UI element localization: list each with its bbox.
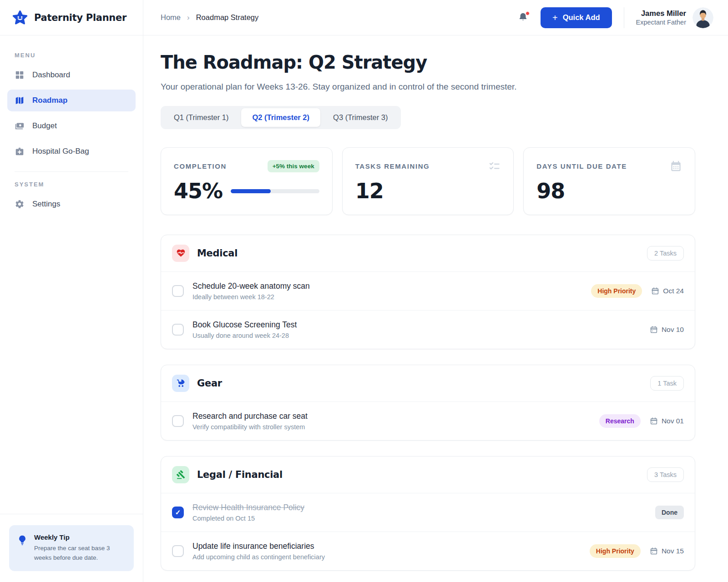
task-row[interactable]: Book Glucose Screening Test Usually done… — [161, 310, 695, 349]
sidebar-nav: MENU Dashboard Roadmap Budget Hospital G… — [0, 35, 143, 219]
briefcase-medical-icon — [15, 146, 25, 156]
sidebar: Paternity Planner MENU Dashboard Roadmap… — [0, 0, 143, 582]
task-due-date: Nov 15 — [650, 547, 684, 555]
notification-dot — [526, 11, 530, 15]
weekly-tip-container: Weekly Tip Prepare the car seat base 3 w… — [0, 514, 143, 582]
stats-row: COMPLETION +5% this week 45% TASKS REMAI… — [161, 147, 695, 215]
sidebar-item-budget[interactable]: Budget — [7, 115, 136, 137]
task-subtitle: Add upcoming child as contingent benefic… — [192, 553, 325, 561]
breadcrumb: Home › Roadmap Strategy — [161, 13, 258, 22]
topbar: Home › Roadmap Strategy + Quick Add J — [143, 0, 728, 35]
tasks-remaining-value: 12 — [355, 180, 384, 202]
user-name: James Miller — [636, 9, 686, 18]
gavel-icon-tile — [172, 466, 189, 483]
system-section-label: SYSTEM — [15, 181, 128, 188]
page-title: The Roadmap: Q2 Strategy — [161, 52, 695, 73]
task-subtitle: Verify compatibility with stroller syste… — [192, 423, 308, 431]
section-legal-financial: Legal / Financial 3 Tasks ✓ Review Healt… — [161, 456, 695, 571]
quick-add-button[interactable]: + Quick Add — [541, 7, 612, 28]
tab-q3[interactable]: Q3 (Trimester 3) — [322, 108, 399, 127]
sidebar-item-hospital-go-bag[interactable]: Hospital Go-Bag — [7, 140, 136, 162]
content: The Roadmap: Q2 Strategy Your operationa… — [143, 35, 728, 582]
breadcrumb-home-link[interactable]: Home — [161, 13, 181, 22]
task-title: Book Glucose Screening Test — [192, 320, 297, 330]
completion-progress — [231, 189, 319, 193]
task-checkbox[interactable]: ✓ — [172, 507, 184, 518]
task-checkbox[interactable] — [172, 415, 184, 427]
sidebar-item-settings[interactable]: Settings — [7, 193, 136, 215]
completion-label: COMPLETION — [174, 162, 227, 170]
completion-trend-badge: +5% this week — [268, 160, 319, 172]
plus-icon: + — [552, 13, 558, 22]
task-subtitle: Usually done around week 24-28 — [192, 332, 297, 339]
task-badge: Research — [599, 414, 641, 428]
calendar-icon — [650, 326, 658, 334]
sidebar-item-label: Dashboard — [32, 70, 70, 80]
section-header: Legal / Financial 3 Tasks — [161, 457, 695, 493]
stroller-icon-tile — [172, 375, 189, 392]
calendar-icon — [650, 417, 658, 425]
sidebar-item-label: Hospital Go-Bag — [32, 147, 89, 156]
calendar-icon — [650, 547, 658, 555]
section-gear: Gear 1 Task Research and purchase car se… — [161, 365, 695, 441]
menu-section-label: MENU — [15, 52, 128, 59]
weekly-tip-card: Weekly Tip Prepare the car seat base 3 w… — [9, 525, 134, 571]
due-date-value: 98 — [536, 180, 565, 202]
sidebar-item-label: Budget — [32, 121, 57, 130]
task-row[interactable]: ✓ Review Health Insurance Policy Complet… — [161, 493, 695, 532]
chevron-right-icon: › — [187, 13, 190, 22]
task-checkbox[interactable] — [172, 324, 184, 336]
section-task-count: 1 Task — [650, 376, 684, 391]
map-icon — [15, 95, 25, 105]
task-title: Review Health Insurance Policy — [192, 503, 304, 512]
tab-q1[interactable]: Q1 (Trimester 1) — [163, 108, 239, 127]
task-checkbox[interactable] — [172, 285, 184, 297]
grid-icon — [15, 70, 25, 80]
topbar-divider — [624, 7, 624, 28]
breadcrumb-current: Roadmap Strategy — [196, 13, 259, 22]
task-row[interactable]: Schedule 20-week anatomy scan Ideally be… — [161, 271, 695, 310]
section-header: Medical 2 Tasks — [161, 235, 695, 271]
avatar[interactable] — [693, 7, 713, 28]
app-title: Paternity Planner — [34, 12, 126, 23]
banknote-icon — [15, 121, 25, 131]
completion-progress-fill — [231, 189, 271, 193]
calendar-icon — [670, 160, 682, 172]
due-date-label: DAYS UNTIL DUE DATE — [536, 162, 627, 170]
section-medical: Medical 2 Tasks Schedule 20-week anatomy… — [161, 235, 695, 349]
heart-pulse-icon — [176, 248, 186, 258]
completion-card: COMPLETION +5% this week 45% — [161, 147, 333, 215]
task-title: Schedule 20-week anatomy scan — [192, 281, 310, 291]
tasks-remaining-label: TASKS REMAINING — [355, 162, 430, 170]
tab-q2[interactable]: Q2 (Trimester 2) — [241, 108, 320, 127]
task-title: Research and purchase car seat — [192, 411, 308, 421]
sidebar-divider — [15, 171, 128, 172]
section-task-count: 2 Tasks — [647, 246, 684, 261]
task-checkbox[interactable] — [172, 545, 184, 557]
section-title: Legal / Financial — [197, 469, 283, 480]
task-subtitle: Ideally between week 18-22 — [192, 293, 310, 301]
user-role: Expectant Father — [636, 19, 686, 26]
gear-icon — [15, 199, 25, 209]
task-row[interactable]: Update life insurance beneficiaries Add … — [161, 532, 695, 570]
sidebar-item-roadmap[interactable]: Roadmap — [7, 90, 136, 111]
task-badge: Done — [655, 506, 684, 519]
weekly-tip-title: Weekly Tip — [34, 533, 126, 541]
lightbulb-icon — [16, 534, 28, 546]
notifications-button[interactable] — [518, 12, 529, 24]
sidebar-item-label: Roadmap — [32, 96, 67, 105]
user-info: James Miller Expectant Father — [636, 9, 686, 26]
weekly-tip-text: Prepare the car seat base 3 weeks before… — [34, 544, 126, 563]
task-due-date: Nov 01 — [650, 417, 684, 425]
section-title: Medical — [197, 248, 238, 259]
page-subtitle: Your operational plan for Weeks 13-26. S… — [161, 80, 529, 93]
task-due-date: Oct 24 — [651, 287, 684, 295]
section-header: Gear 1 Task — [161, 365, 695, 401]
checklist-icon — [488, 160, 500, 172]
app-logo: Paternity Planner — [0, 0, 143, 35]
due-date-card: DAYS UNTIL DUE DATE — [523, 147, 695, 215]
sidebar-item-label: Settings — [32, 200, 60, 209]
tasks-remaining-card: TASKS REMAINING 12 — [342, 147, 514, 215]
task-row[interactable]: Research and purchase car seat Verify co… — [161, 401, 695, 440]
sidebar-item-dashboard[interactable]: Dashboard — [7, 64, 136, 86]
